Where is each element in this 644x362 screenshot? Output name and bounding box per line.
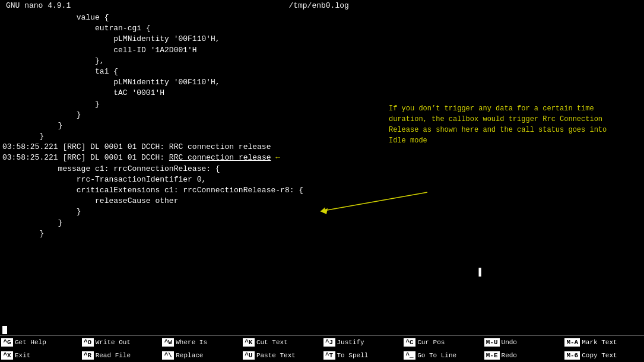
app-title: GNU nano 4.9.1 <box>6 1 71 10</box>
shortcut-item[interactable]: ^GGet Help <box>0 336 81 349</box>
shortcut-key: M-U <box>484 338 500 347</box>
code-line: } <box>2 218 642 228</box>
shortcut-item[interactable]: ^TTo Spell <box>322 349 403 362</box>
cursor-indicator <box>2 326 7 334</box>
shortcut-key: ^W <box>162 338 174 347</box>
shortcut-key: M-E <box>484 351 500 360</box>
shortcut-label: Copy Text <box>582 352 617 359</box>
shortcut-item[interactable]: ^UPaste Text <box>242 349 322 362</box>
shortcut-label: Go To Line <box>417 352 456 359</box>
mouse-cursor: ▌ <box>479 268 484 277</box>
main-content: value { eutran-cgi { pLMNidentity '00F11… <box>0 11 644 325</box>
shortcut-item[interactable]: ^JJustify <box>322 336 403 349</box>
shortcut-item[interactable]: M-6Copy Text <box>563 349 644 362</box>
shortcut-label: Get Help <box>15 339 46 346</box>
title-bar: GNU nano 4.9.1 /tmp/enb0.log <box>0 0 644 11</box>
shortcut-item[interactable]: ^OWrite Out <box>81 336 161 349</box>
shortcut-item[interactable]: ^_Go To Line <box>402 349 483 362</box>
shortcut-item[interactable]: ^XExit <box>0 349 81 362</box>
annotation-bubble: If you don’t trigger any data for a cert… <box>389 103 608 146</box>
code-line: } <box>2 207 642 217</box>
code-line: tAC '0001'H <box>2 88 642 99</box>
shortcut-key: ^O <box>82 338 94 347</box>
shortcut-label: Justify <box>337 339 364 346</box>
code-line: pLMNidentity '00F110'H, <box>2 34 642 45</box>
shortcut-item[interactable]: ^RRead File <box>81 349 161 362</box>
shortcut-bar-row1: ^GGet Help^OWrite Out^WWhere Is^KCut Tex… <box>0 336 644 349</box>
shortcut-key: ^K <box>243 338 255 347</box>
shortcut-bar-row2: ^XExit^RRead File^\Replace^UPaste Text^T… <box>0 349 644 362</box>
code-line: message c1: rrcConnectionRelease: { <box>2 164 642 174</box>
shortcut-label: Exit <box>15 352 30 359</box>
code-line: value { <box>2 12 642 23</box>
shortcut-item[interactable]: M-ERedo <box>483 349 564 362</box>
shortcut-item[interactable]: ^\Replace <box>161 349 242 362</box>
shortcut-key: M-A <box>564 338 580 347</box>
shortcut-label: Cut Text <box>256 339 288 346</box>
shortcut-label: Write Out <box>96 339 131 346</box>
shortcut-item[interactable]: ^WWhere Is <box>161 336 242 349</box>
shortcut-label: Where Is <box>176 339 207 346</box>
code-line: }, <box>2 56 642 66</box>
shortcut-key: ^_ <box>404 351 415 360</box>
status-bar <box>0 325 644 335</box>
shortcut-key: ^C <box>404 338 415 347</box>
shortcut-label: Paste Text <box>256 352 296 359</box>
shortcut-item[interactable]: ^CCur Pos <box>402 336 483 349</box>
code-line: cell-ID '1A2D001'H <box>2 45 642 56</box>
code-line: tai { <box>2 66 642 77</box>
shortcut-item[interactable]: M-UUndo <box>483 336 564 349</box>
shortcut-key: ^R <box>82 351 94 360</box>
shortcut-label: Mark Text <box>582 339 617 346</box>
shortcut-label: Replace <box>176 352 203 359</box>
code-line: 03:58:25.221 [RRC] DL 0001 01 DCCH: RRC … <box>2 153 642 163</box>
shortcut-item[interactable]: ^KCut Text <box>242 336 322 349</box>
shortcut-label: Undo <box>502 339 517 346</box>
file-title: /tmp/enb0.log <box>71 1 567 10</box>
code-line: releaseCause other <box>2 196 642 207</box>
shortcut-item[interactable]: M-AMark Text <box>563 336 644 349</box>
shortcut-key: ^G <box>1 338 13 347</box>
shortcut-key: ^T <box>323 351 335 360</box>
shortcut-key: ^J <box>323 338 335 347</box>
shortcut-key: ^X <box>1 351 13 360</box>
shortcut-label: To Spell <box>337 352 369 359</box>
shortcut-key: ^U <box>243 351 255 360</box>
shortcut-key: ^\ <box>162 351 174 360</box>
shortcut-label: Cur Pos <box>417 339 445 346</box>
code-line: eutran-cgi { <box>2 23 642 34</box>
code-line: criticalExtensions c1: rrcConnectionRele… <box>2 185 642 196</box>
code-line: pLMNidentity '00F110'H, <box>2 77 642 88</box>
shortcut-label: Redo <box>502 352 517 359</box>
code-line: } <box>2 228 642 239</box>
code-line: rrc-TransactionIdentifier 0, <box>2 174 642 185</box>
shortcut-key: M-6 <box>564 351 580 360</box>
shortcut-label: Read File <box>96 352 131 359</box>
